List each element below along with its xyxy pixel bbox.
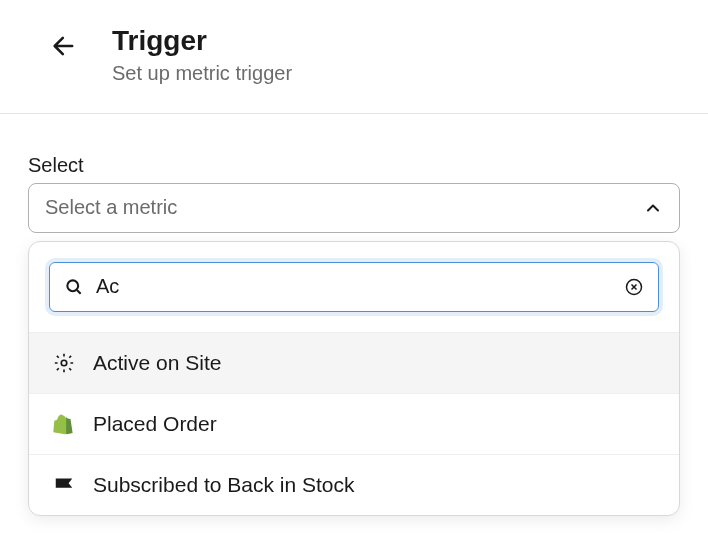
back-button[interactable] xyxy=(48,30,80,62)
search-icon xyxy=(64,277,84,297)
page-title: Trigger xyxy=(112,24,292,58)
select-placeholder: Select a metric xyxy=(45,196,177,219)
arrow-left-icon xyxy=(50,32,78,60)
page-subtitle: Set up metric trigger xyxy=(112,62,292,85)
option-active-on-site[interactable]: Active on Site xyxy=(29,332,679,393)
search-box[interactable] xyxy=(49,262,659,312)
metric-select[interactable]: Select a metric xyxy=(28,183,680,233)
field-label: Select xyxy=(28,154,680,177)
shopify-icon xyxy=(53,413,75,435)
page-header: Trigger Set up metric trigger xyxy=(0,0,708,114)
svg-point-0 xyxy=(67,280,78,291)
svg-point-2 xyxy=(61,360,67,366)
chevron-up-icon xyxy=(643,198,663,218)
search-wrap xyxy=(29,242,679,332)
option-placed-order[interactable]: Placed Order xyxy=(29,393,679,454)
header-text: Trigger Set up metric trigger xyxy=(112,24,292,85)
search-input[interactable] xyxy=(96,275,624,298)
option-subscribed-back-in-stock[interactable]: Subscribed to Back in Stock xyxy=(29,454,679,515)
content-area: Select Select a metric xyxy=(0,114,708,516)
flag-icon xyxy=(53,474,75,496)
option-label: Active on Site xyxy=(93,351,221,375)
clear-search-button[interactable] xyxy=(624,277,644,297)
option-label: Placed Order xyxy=(93,412,217,436)
option-label: Subscribed to Back in Stock xyxy=(93,473,354,497)
metric-dropdown: Active on Site Placed Order Subscribed t… xyxy=(28,241,680,516)
gear-icon xyxy=(53,352,75,374)
clear-icon xyxy=(624,277,644,297)
